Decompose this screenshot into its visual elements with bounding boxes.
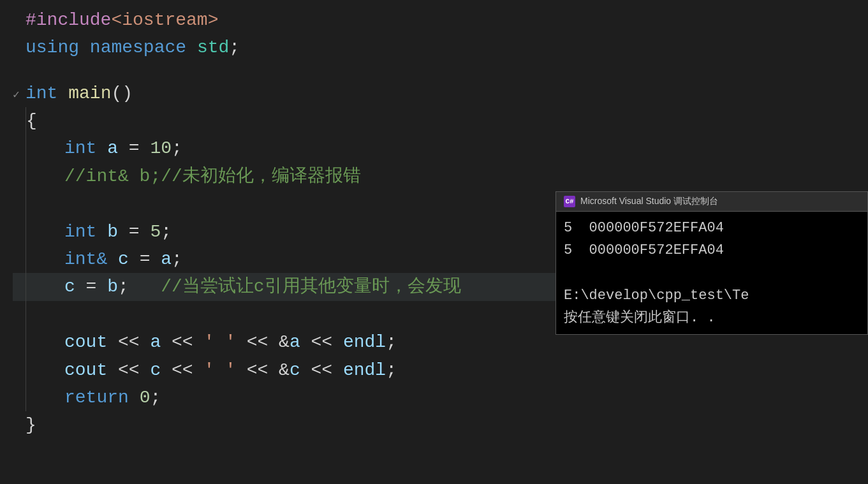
code-line-15: ​ return 0; xyxy=(13,384,868,411)
terminal-line-4: E:\develop\cpp_test\Te xyxy=(564,284,860,307)
cout-1: cout xyxy=(64,328,107,356)
var-b-assign: b xyxy=(107,273,118,300)
code-line-16: } xyxy=(13,411,868,439)
return-kw: return xyxy=(64,384,129,411)
fold-arrow-main[interactable]: ✓ xyxy=(13,87,23,105)
terminal-line-1: 5 000000F572EFFA04 xyxy=(564,217,860,239)
terminal-window: C# Microsoft Visual Studio 调试控制台 5 00000… xyxy=(555,191,868,335)
var-c: c xyxy=(118,246,129,273)
code-line-6: ​ int a = 10; xyxy=(13,135,868,162)
fold-placeholder xyxy=(13,13,23,31)
endl-2: endl xyxy=(343,356,386,384)
comment-c-b: //当尝试让c引用其他变量时，会发现 xyxy=(161,273,460,300)
code-line-14: ​ cout << c << ' ' << &c << endl; xyxy=(13,356,868,384)
code-line-3 xyxy=(13,62,868,80)
fold-placeholder xyxy=(13,41,23,59)
endl-1: endl xyxy=(343,328,386,356)
terminal-titlebar: C# Microsoft Visual Studio 调试控制台 xyxy=(556,192,867,212)
code-line-2: using namespace std; xyxy=(13,34,868,61)
open-brace: { xyxy=(26,107,37,135)
var-a-cout: a xyxy=(150,328,161,356)
main-func: main xyxy=(68,80,111,107)
var-a: a xyxy=(107,135,118,162)
int-kw-b: int xyxy=(64,218,96,246)
code-line-4: ✓ int main() xyxy=(13,80,868,107)
num-5: 5 xyxy=(150,218,161,246)
terminal-line-5: 按任意键关闭此窗口. . xyxy=(564,307,860,329)
comment-line: //int& b;//未初始化，编译器报错 xyxy=(64,163,361,190)
include-lib: <iostream> xyxy=(111,6,218,34)
cout-2: cout xyxy=(64,356,107,384)
namespace-keyword: namespace xyxy=(90,34,186,61)
terminal-body: 5 000000F572EFFA04 5 000000F572EFFA04 E:… xyxy=(556,212,867,334)
include-keyword: #include xyxy=(26,6,111,34)
var-c-assign: c xyxy=(64,273,75,300)
terminal-title: Microsoft Visual Studio 调试控制台 xyxy=(580,196,718,207)
num-0: 0 xyxy=(140,384,151,411)
code-line-1: #include<iostream> xyxy=(13,6,868,34)
using-keyword: using xyxy=(26,34,79,61)
var-b: b xyxy=(107,218,118,246)
namespace-name: std xyxy=(197,34,229,61)
addr-c: c xyxy=(290,356,300,384)
code-line-5: ​ { xyxy=(13,107,868,135)
terminal-line-2: 5 000000F572EFFA04 xyxy=(564,239,860,261)
var-c-cout: c xyxy=(150,356,161,384)
addr-a: a xyxy=(290,328,300,356)
close-brace: } xyxy=(26,411,36,439)
num-10: 10 xyxy=(150,135,172,162)
vs-icon: C# xyxy=(564,196,575,207)
char-space-1: ' ' xyxy=(203,328,235,356)
var-a-ref: a xyxy=(161,246,172,273)
code-line-7: ​ //int& b;//未初始化，编译器报错 xyxy=(13,163,868,190)
char-space-2: ' ' xyxy=(203,356,235,384)
int-keyword: int xyxy=(26,80,57,107)
terminal-line-3 xyxy=(564,261,860,284)
int-ref-kw: int& xyxy=(64,246,107,273)
int-kw-a: int xyxy=(64,135,96,162)
